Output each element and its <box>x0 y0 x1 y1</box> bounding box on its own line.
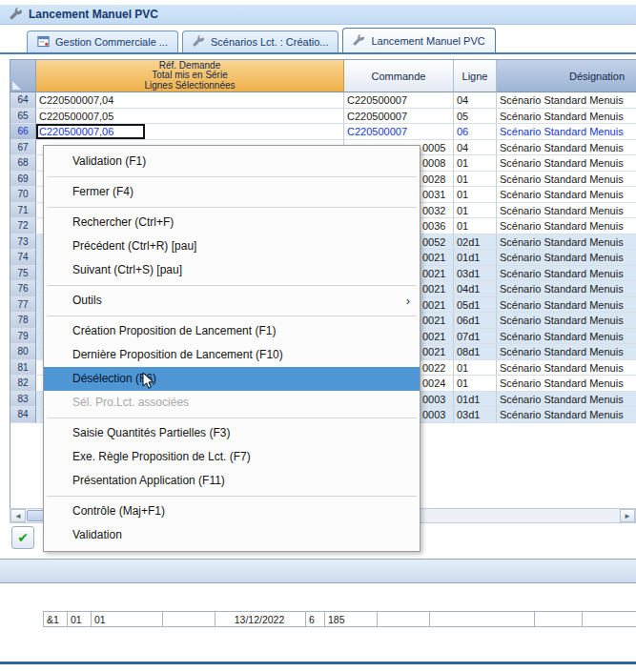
cell-ref-demande[interactable]: C220500007,05 <box>36 109 344 125</box>
cell-designation[interactable]: Scénario Standard Menuis <box>497 92 636 109</box>
column-header-ligne[interactable]: Ligne <box>454 60 497 92</box>
tab-lancement-manuel-pvc[interactable]: Lancement Manuel PVC <box>342 28 495 52</box>
cell-ligne[interactable]: 06 <box>454 124 497 140</box>
cell-commande[interactable]: C220500007 <box>344 92 454 109</box>
table-row[interactable]: 64C220500007,04C22050000704Scénario Stan… <box>10 92 636 109</box>
cell-ligne[interactable]: 06d1 <box>454 313 497 329</box>
row-number[interactable]: 75 <box>10 266 36 282</box>
footer-cell[interactable] <box>163 612 215 626</box>
cell-ligne[interactable]: 03d1 <box>454 407 497 423</box>
row-number[interactable]: 82 <box>10 376 36 392</box>
column-header-ref-demande[interactable]: Réf. Demande Total mis en Série Lignes S… <box>36 60 344 92</box>
row-number[interactable]: 80 <box>10 344 36 360</box>
footer-cell[interactable] <box>535 612 583 626</box>
menu-item[interactable]: Saisie Quantités Partielles (F3) <box>44 421 420 445</box>
cell-designation[interactable]: Scénario Standard Menuis <box>497 250 636 266</box>
footer-cell[interactable]: 6 <box>306 612 325 626</box>
row-number[interactable]: 79 <box>10 329 36 345</box>
row-number[interactable]: 77 <box>10 297 36 314</box>
menu-item[interactable]: Exe. Règle Proposition de Lct. (F7) <box>44 445 420 469</box>
cell-designation[interactable]: Scénario Standard Menuis <box>497 172 636 188</box>
scroll-left-button[interactable]: ◄ <box>10 509 26 522</box>
cell-ligne[interactable]: 04 <box>454 92 497 109</box>
menu-item[interactable]: Désélection (F6) <box>44 367 420 391</box>
cell-ligne[interactable]: 01d1 <box>454 250 497 266</box>
cell-designation[interactable]: Scénario Standard Menuis <box>497 266 636 282</box>
footer-cell[interactable]: 01 <box>68 612 92 626</box>
cell-designation[interactable]: Scénario Standard Menuis <box>497 281 636 297</box>
row-number[interactable]: 68 <box>10 155 36 172</box>
menu-item[interactable]: Rechercher (Ctrl+F) <box>44 211 420 234</box>
column-header-commande[interactable]: Commande <box>344 60 454 92</box>
cell-designation[interactable]: Scénario Standard Menuis <box>497 329 636 345</box>
menu-item[interactable]: Validation <box>44 523 420 547</box>
row-number[interactable]: 70 <box>10 187 36 203</box>
cell-ligne[interactable]: 01 <box>454 203 497 219</box>
cell-designation[interactable]: Scénario Standard Menuis <box>497 344 636 360</box>
row-number[interactable]: 83 <box>10 392 36 408</box>
cell-ligne[interactable]: 01 <box>454 187 497 203</box>
row-number[interactable]: 65 <box>10 109 36 125</box>
cell-designation[interactable]: Scénario Standard Menuis <box>497 140 636 156</box>
row-number[interactable]: 74 <box>10 250 36 266</box>
cell-ligne[interactable]: 08d1 <box>454 344 497 360</box>
cell-ligne[interactable]: 01 <box>454 376 497 392</box>
cell-designation[interactable]: Scénario Standard Menuis <box>497 155 636 172</box>
footer-cell[interactable] <box>430 612 535 626</box>
footer-cell[interactable] <box>583 612 636 626</box>
footer-cell[interactable]: 185 <box>325 612 378 626</box>
cell-ligne[interactable]: 01d1 <box>454 392 497 408</box>
validate-button[interactable]: ✔ <box>11 526 34 549</box>
cell-designation[interactable]: Scénario Standard Menuis <box>497 360 636 377</box>
menu-item[interactable]: Dernière Proposition de Lancement (F10) <box>44 343 420 367</box>
cell-designation[interactable]: Scénario Standard Menuis <box>497 313 636 329</box>
row-number[interactable]: 67 <box>10 140 36 156</box>
cell-ligne[interactable]: 01 <box>454 218 497 234</box>
cell-ligne[interactable]: 02d1 <box>454 234 497 251</box>
tab-sc-narios-lct-cr-atio[interactable]: Scénarios Lct. : Créatio... <box>182 31 339 52</box>
row-number[interactable]: 66 <box>10 124 36 140</box>
row-number[interactable]: 71 <box>10 203 36 219</box>
cell-designation[interactable]: Scénario Standard Menuis <box>497 187 636 203</box>
scroll-right-button[interactable]: ► <box>620 509 635 522</box>
grid-corner-header[interactable] <box>10 60 36 92</box>
cell-commande[interactable]: C220500007 <box>344 109 454 125</box>
row-number[interactable]: 64 <box>10 92 36 109</box>
menu-item[interactable]: Présentation Application (F11) <box>44 469 420 493</box>
cell-designation[interactable]: Scénario Standard Menuis <box>497 203 636 219</box>
footer-cell[interactable] <box>378 612 430 626</box>
table-row[interactable]: 65C220500007,05C22050000705Scénario Stan… <box>10 109 636 125</box>
cell-ligne[interactable]: 04d1 <box>454 281 497 297</box>
column-header-designation[interactable]: Désignation <box>497 60 636 92</box>
menu-item[interactable]: Validation (F1) <box>44 150 420 173</box>
menu-item[interactable]: Outils› <box>44 289 420 313</box>
footer-cell[interactable]: 13/12/2022 <box>215 612 306 626</box>
cell-designation[interactable]: Scénario Standard Menuis <box>497 297 636 314</box>
cell-ligne[interactable]: 07d1 <box>454 329 497 345</box>
menu-item[interactable]: Suivant (Ctrl+S) [pau] <box>44 258 420 282</box>
cell-ligne[interactable]: 01 <box>454 172 497 188</box>
cell-ref-demande[interactable]: C220500007,06 <box>36 124 344 140</box>
cell-designation[interactable]: Scénario Standard Menuis <box>497 407 636 423</box>
cell-designation[interactable]: Scénario Standard Menuis <box>497 218 636 234</box>
menu-item[interactable]: Création Proposition de Lancement (F1) <box>44 319 420 343</box>
tab-gestion-commerciale[interactable]: Gestion Commerciale ... <box>27 31 178 52</box>
row-number[interactable]: 72 <box>10 218 36 234</box>
cell-ligne[interactable]: 01 <box>454 155 497 172</box>
row-number[interactable]: 76 <box>10 281 36 297</box>
cell-designation[interactable]: Scénario Standard Menuis <box>497 124 636 140</box>
row-number[interactable]: 73 <box>10 234 36 251</box>
cell-ligne[interactable]: 01 <box>454 360 497 377</box>
menu-item[interactable]: Fermer (F4) <box>44 180 420 204</box>
cell-ligne[interactable]: 04 <box>454 140 497 156</box>
table-row[interactable]: 66C220500007,06C22050000706Scénario Stan… <box>10 124 636 140</box>
cell-ligne[interactable]: 05d1 <box>454 297 497 314</box>
menu-item[interactable]: Précédent (Ctrl+R) [pau] <box>44 234 420 258</box>
footer-cell[interactable]: &1 <box>44 612 68 626</box>
cell-ligne[interactable]: 03d1 <box>454 266 497 282</box>
cell-designation[interactable]: Scénario Standard Menuis <box>497 109 636 125</box>
row-number[interactable]: 78 <box>10 313 36 329</box>
cell-designation[interactable]: Scénario Standard Menuis <box>497 376 636 392</box>
cell-designation[interactable]: Scénario Standard Menuis <box>497 392 636 408</box>
cell-ligne[interactable]: 05 <box>454 109 497 125</box>
